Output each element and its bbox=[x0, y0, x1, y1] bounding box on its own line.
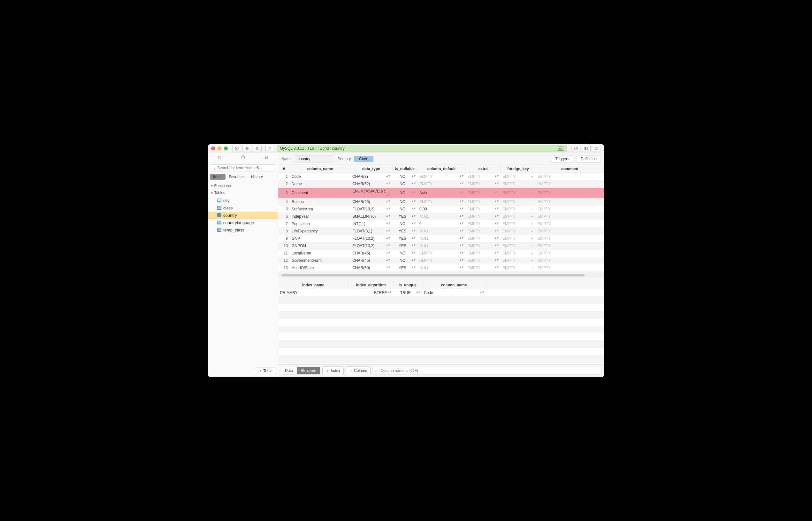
main: Name Primary Code Triggers Definition #c… bbox=[278, 153, 604, 377]
column-row[interactable]: 4RegionCHAR(26)▲▼NO▲▼EMPTY▲▼EMPTY▲▼EMPTY… bbox=[278, 198, 604, 205]
svg-rect-11 bbox=[585, 147, 586, 150]
column-row[interactable]: 6IndepYearSMALLINT(6)▲▼YES▲▼NULL▲▼EMPTY▲… bbox=[278, 212, 604, 220]
index-row[interactable]: PRIMARYBTREE ▲▼TRUE ▲▼Code ▲▼ bbox=[278, 289, 604, 296]
sidebar-item-temp_class[interactable]: temp_class bbox=[208, 226, 278, 234]
column-header[interactable]: comment bbox=[536, 165, 604, 173]
column-row[interactable]: 5SurfaceAreaFLOAT(10,2)▲▼NO▲▼0.00▲▼EMPTY… bbox=[278, 205, 604, 212]
empty-row bbox=[278, 333, 604, 340]
section-functions[interactable]: Functions bbox=[208, 182, 278, 189]
column-row[interactable]: 1CodeCHAR(3)▲▼NO▲▼EMPTY▲▼EMPTY▲▼EMPTY→EM… bbox=[278, 173, 604, 180]
close-button[interactable] bbox=[211, 146, 215, 150]
toolbar-group-left bbox=[232, 145, 262, 152]
svg-point-16 bbox=[241, 156, 244, 157]
column-header[interactable]: column_default bbox=[417, 165, 465, 173]
minimize-button[interactable] bbox=[218, 146, 221, 150]
search-icon: ⌕ bbox=[214, 166, 216, 171]
traffic-lights bbox=[211, 146, 228, 150]
column-header[interactable]: extra bbox=[465, 165, 501, 173]
maximize-button[interactable] bbox=[224, 146, 228, 150]
empty-row bbox=[278, 318, 604, 325]
column-row[interactable]: 7PopulationINT(11)▲▼NO▲▼0▲▼EMPTY▲▼EMPTY→… bbox=[278, 220, 604, 227]
filter-history[interactable]: History bbox=[248, 174, 266, 180]
sidebar-item-label: temp_class bbox=[223, 228, 244, 232]
column-search-input[interactable] bbox=[372, 367, 601, 375]
column-row[interactable]: 2NameCHAR(52)▲▼NO▲▼EMPTY▲▼EMPTY▲▼EMPTY→E… bbox=[278, 180, 604, 187]
column-header[interactable]: is_nullable bbox=[392, 165, 417, 173]
add-index-button[interactable]: ＋ Index bbox=[322, 366, 344, 375]
empty-row bbox=[278, 311, 604, 318]
column-row[interactable]: 11LocalNameCHAR(45)▲▼NO▲▼EMPTY▲▼EMPTY▲▼E… bbox=[278, 249, 604, 257]
connection-bar[interactable]: MySQL 8.0.11 : TLS : : world : country l… bbox=[277, 145, 567, 152]
sidebar-item-countrylanguage[interactable]: countrylanguage bbox=[208, 219, 278, 226]
primary-key-badge[interactable]: Code bbox=[354, 156, 373, 162]
column-header[interactable]: foreign_key bbox=[501, 165, 536, 173]
index-header[interactable]: is_unique bbox=[393, 281, 422, 289]
svg-text:SQL: SQL bbox=[265, 157, 268, 158]
columns-grid[interactable]: #column_namedata_typeis_nullablecolumn_d… bbox=[278, 165, 604, 274]
svg-point-3 bbox=[245, 148, 249, 150]
sidebar-item-class[interactable]: class bbox=[208, 204, 278, 212]
add-table-button[interactable]: ＋ Table bbox=[255, 367, 276, 375]
sidebar-search-input[interactable] bbox=[210, 164, 276, 172]
sidebar-right-toggle[interactable] bbox=[592, 145, 601, 152]
view-segment: Data Structure bbox=[281, 367, 321, 375]
refresh-button[interactable] bbox=[571, 145, 580, 152]
filter-favorites[interactable]: Favorites bbox=[225, 174, 247, 180]
empty-row bbox=[278, 348, 604, 355]
table-name-input[interactable] bbox=[295, 156, 333, 162]
columns-table: #column_namedata_typeis_nullablecolumn_d… bbox=[278, 165, 604, 274]
section-tables[interactable]: Tables bbox=[208, 189, 278, 196]
tab-structure[interactable]: Structure bbox=[297, 367, 320, 374]
tab-data[interactable]: Data bbox=[281, 367, 297, 374]
format-button[interactable] bbox=[253, 145, 262, 152]
body: SQL ⌕ Items Favorites History Functions … bbox=[208, 153, 604, 377]
sidebar-mode-tabs: SQL bbox=[208, 153, 278, 163]
sidebar-item-label: country bbox=[223, 213, 237, 218]
filter-items[interactable]: Items bbox=[210, 174, 225, 180]
definition-button[interactable]: Definition bbox=[576, 155, 601, 163]
table-icon bbox=[217, 199, 221, 202]
splitter-handle[interactable]: • bbox=[278, 277, 604, 281]
power-icon[interactable] bbox=[218, 155, 222, 161]
column-header[interactable]: data_type bbox=[350, 165, 392, 173]
column-row[interactable]: 13HeadOfStateCHAR(60)▲▼YES▲▼NULL▲▼EMPTY▲… bbox=[278, 264, 604, 271]
empty-row bbox=[278, 303, 604, 311]
sidebar-item-label: countrylanguage bbox=[223, 220, 254, 225]
view-button[interactable] bbox=[242, 145, 251, 152]
svg-rect-8 bbox=[269, 148, 271, 150]
horizontal-scrollbar[interactable] bbox=[278, 274, 604, 277]
sidebar-item-city[interactable]: city bbox=[208, 197, 278, 204]
column-row[interactable]: 12GovernmentFormCHAR(45)▲▼NO▲▼EMPTY▲▼EMP… bbox=[278, 257, 604, 264]
sidebar-filter: Items Favorites History bbox=[210, 174, 276, 180]
indexes-grid[interactable]: index_nameindex_algorithmis_uniquecolumn… bbox=[278, 281, 604, 364]
table-header-bar: Name Primary Code Triggers Definition bbox=[278, 153, 604, 165]
column-row[interactable]: 9GNPFLOAT(10,2)▲▼YES▲▼NULL▲▼EMPTY▲▼EMPTY… bbox=[278, 235, 604, 242]
column-row[interactable]: 3ContinentENUM('ASIA','EUR…▲▼NO▲▼Asia▲▼E… bbox=[278, 187, 604, 198]
sidebar-item-label: class bbox=[223, 206, 233, 210]
column-row[interactable]: 8LifeExpectancyFLOAT(3,1)▲▼YES▲▼NULL▲▼EM… bbox=[278, 227, 604, 235]
app-window: MySQL 8.0.11 : TLS : : world : country l… bbox=[208, 144, 604, 377]
cancel-query-button[interactable] bbox=[232, 145, 241, 152]
empty-row bbox=[278, 325, 604, 333]
primary-label: Primary bbox=[338, 157, 351, 161]
add-column-button[interactable]: ＋ Column bbox=[346, 366, 371, 375]
index-header[interactable]: index_name bbox=[278, 281, 349, 289]
column-header[interactable]: column_name bbox=[290, 165, 350, 173]
sql-icon[interactable]: SQL bbox=[264, 155, 269, 161]
table-icon bbox=[217, 228, 221, 232]
sidebar-left-toggle[interactable] bbox=[582, 145, 591, 152]
loc-badge: loc bbox=[557, 146, 564, 151]
sidebar-item-country[interactable]: country bbox=[208, 212, 278, 219]
table-list: cityclasscountrycountrylanguagetemp_clas… bbox=[208, 196, 278, 237]
column-row[interactable]: 10GNPOldFLOAT(10,2)▲▼YES▲▼NULL▲▼EMPTY▲▼E… bbox=[278, 242, 604, 249]
index-header[interactable]: index_algorithm bbox=[349, 281, 393, 289]
index-header[interactable]: column_name bbox=[422, 281, 486, 289]
connection-string: MySQL 8.0.11 : TLS : : world : country bbox=[280, 146, 345, 151]
table-icon bbox=[217, 213, 221, 217]
column-header[interactable]: # bbox=[278, 165, 290, 173]
database-icon[interactable] bbox=[241, 155, 245, 161]
table-icon bbox=[217, 206, 221, 210]
lock-button[interactable] bbox=[265, 145, 275, 152]
triggers-button[interactable]: Triggers bbox=[551, 155, 573, 163]
sidebar-item-label: city bbox=[223, 198, 230, 203]
